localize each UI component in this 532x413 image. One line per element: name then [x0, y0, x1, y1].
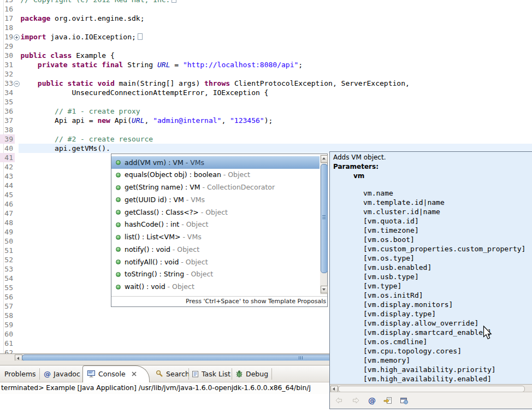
- problems-icon: [0, 370, 2, 377]
- gutter-row: 53: [0, 264, 15, 274]
- gutter-row: 15: [0, 0, 15, 4]
- gutter-row: 59: [0, 320, 15, 329]
- tab-debug[interactable]: Debug: [235, 365, 268, 382]
- fold-collapse-icon[interactable]: [14, 81, 20, 87]
- back-button[interactable]: [334, 397, 344, 404]
- gutter-row: 58: [0, 311, 15, 320]
- tab-label: Debug: [246, 370, 268, 378]
- public-method-icon: [116, 197, 121, 202]
- gutter-row: 47: [0, 209, 15, 218]
- proposal-item[interactable]: add(VM vm) : VM - VMs: [111, 156, 320, 169]
- line-number: 37: [0, 116, 13, 125]
- proposal-label: toString() : String - Object: [125, 268, 213, 280]
- proposal-item[interactable]: notify() : void - Object: [111, 243, 320, 256]
- line-number: 43: [0, 172, 13, 181]
- proposal-label: list() : List<VM> - VMs: [125, 231, 202, 243]
- line-number: 58: [0, 311, 13, 320]
- gutter-row: 52: [0, 255, 15, 264]
- proposal-item[interactable]: wait() : void - Object: [111, 280, 320, 293]
- javadoc-parameters-label: Parameters:: [333, 163, 379, 170]
- scroll-down-button[interactable]: [321, 286, 328, 293]
- vscrollbar-thumb[interactable]: [321, 164, 328, 273]
- line-number: 45: [0, 190, 13, 199]
- gutter-row: 56: [0, 292, 15, 302]
- javadoc-parameter-name: vm: [353, 172, 364, 180]
- proposal-label: notifyAll() : void - Object: [125, 256, 208, 268]
- proposal-item[interactable]: equals(Object obj) : boolean - Object: [111, 168, 320, 181]
- gutter-row: 51: [0, 246, 15, 255]
- open-declaration-button[interactable]: [383, 397, 392, 404]
- popup-footer-hint: Press 'Ctrl+Space' to show Template Prop…: [111, 296, 327, 306]
- gutter-row: 45: [0, 190, 15, 199]
- line-number: 48: [0, 218, 13, 227]
- proposal-item[interactable]: list() : List<VM> - VMs: [111, 231, 320, 243]
- scroll-up-button[interactable]: [321, 155, 328, 163]
- line-number: 56: [0, 292, 13, 302]
- tab-label: Problems: [4, 370, 36, 378]
- gutter-row: 18: [0, 23, 15, 32]
- javadoc-toolbar: @: [330, 392, 532, 409]
- hscrollbar-thumb[interactable]: [22, 355, 335, 361]
- proposal-item[interactable]: getClass() : Class<?> - Object: [111, 206, 320, 219]
- public-method-icon: [116, 285, 121, 290]
- tab-separator: [188, 368, 189, 380]
- line-number: 41: [0, 153, 13, 162]
- tab-separator: [39, 368, 40, 380]
- folded-region-box[interactable]: [172, 0, 176, 3]
- line-number: 16: [0, 4, 13, 14]
- line-number: 59: [0, 320, 13, 329]
- code-line: import java.io.IOException;: [21, 32, 143, 42]
- tab-search[interactable]: Search: [156, 365, 190, 382]
- tab-console-content[interactable]: Console: [87, 365, 139, 382]
- gutter-row: 19: [0, 32, 15, 42]
- proposal-label: equals(Object obj) : boolean - Object: [125, 168, 250, 181]
- code-line: private static final String URL = "http:…: [21, 60, 303, 69]
- code-line: Api api = new Api(URL, "admin@internal",…: [21, 116, 273, 125]
- proposal-item[interactable]: get(UUID id) : VM - VMs: [111, 193, 320, 206]
- proposal-label: notify() : void - Object: [125, 243, 199, 256]
- content-assist-popup[interactable]: add(VM vm) : VM - VMsequals(Object obj) …: [111, 154, 328, 307]
- public-method-icon: [116, 185, 121, 190]
- thumb-grip: [299, 356, 304, 359]
- proposal-item[interactable]: notifyAll() : void - Object: [111, 256, 320, 268]
- open-in-browser-button[interactable]: [400, 397, 409, 404]
- public-method-icon: [116, 173, 121, 178]
- line-number: 29: [0, 42, 13, 51]
- folded-region-box[interactable]: [138, 33, 143, 40]
- line-number: 32: [0, 69, 13, 79]
- proposal-list[interactable]: add(VM vm) : VM - VMsequals(Object obj) …: [111, 155, 320, 297]
- show-in-javadoc-view-button[interactable]: @: [368, 397, 376, 404]
- javadoc-hscrollbar[interactable]: [330, 384, 532, 392]
- javadoc-description: Adds VM object.: [333, 154, 386, 161]
- console-icon: [87, 370, 96, 377]
- scroll-left-button[interactable]: [330, 386, 338, 392]
- public-method-icon: [116, 160, 121, 165]
- forward-button[interactable]: [351, 397, 360, 404]
- javadoc-hover-panel[interactable]: Adds VM object. Parameters: vm vm.name v…: [329, 151, 532, 409]
- line-number: 46: [0, 199, 13, 209]
- popup-vscrollbar[interactable]: [320, 155, 327, 294]
- debug-icon: [235, 370, 243, 377]
- line-number: 54: [0, 274, 13, 283]
- tab-javadoc[interactable]: @ Javadoc: [44, 365, 80, 382]
- proposal-item[interactable]: get(String name) : VM - CollectionDecora…: [111, 181, 320, 193]
- proposal-item[interactable]: toString() : String - Object: [111, 268, 320, 280]
- proposal-label: wait() : void - Object: [125, 280, 194, 293]
- javadoc-hscrollbar-thumb[interactable]: [338, 386, 525, 392]
- gutter-row: 37: [0, 116, 15, 125]
- public-method-icon: [116, 272, 121, 277]
- line-number: 38: [0, 125, 13, 134]
- proposal-item[interactable]: hashCode() : int - Object: [111, 218, 320, 231]
- gutter-row: 39: [0, 134, 15, 144]
- gutter-row: 57: [0, 302, 15, 311]
- fold-expand-icon[interactable]: [14, 34, 20, 40]
- tab-problems[interactable]: Problems: [0, 365, 36, 382]
- line-number: 39: [0, 134, 13, 144]
- tab-tasklist[interactable]: Task List: [192, 365, 230, 382]
- line-number: 55: [0, 283, 13, 292]
- code-line: public class Example {: [21, 51, 115, 60]
- line-number: 17: [0, 14, 13, 23]
- public-method-icon: [116, 259, 121, 264]
- close-icon[interactable]: [132, 371, 137, 376]
- line-number: 31: [0, 60, 13, 69]
